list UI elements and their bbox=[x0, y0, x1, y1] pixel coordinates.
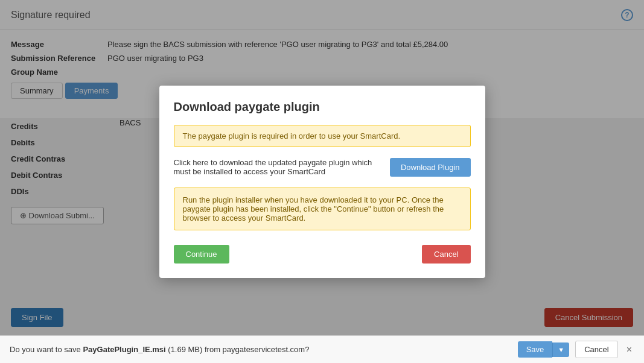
dialog-footer: Continue Cancel bbox=[174, 245, 471, 264]
warning-alert: The paygate plugin is required in order … bbox=[174, 125, 471, 147]
download-bar-text: Do you want to save PayGatePlugin_IE.msi… bbox=[10, 345, 512, 354]
download-description: Click here to download the updated payga… bbox=[174, 158, 390, 176]
save-dropdown-button[interactable]: ▼ bbox=[552, 342, 569, 357]
download-bar: Do you want to save PayGatePlugin_IE.msi… bbox=[0, 335, 644, 363]
save-button-group: Save ▼ bbox=[518, 341, 570, 358]
close-download-button[interactable]: × bbox=[624, 344, 634, 355]
download-section: Click here to download the updated payga… bbox=[174, 158, 471, 177]
continue-button[interactable]: Continue bbox=[174, 245, 229, 264]
dialog-title: Download paygate plugin bbox=[174, 100, 471, 114]
download-plugin-button[interactable]: Download Plugin bbox=[390, 158, 471, 177]
download-plugin-dialog: Download paygate plugin The paygate plug… bbox=[159, 86, 485, 278]
instructions-alert: Run the plugin installer when you have d… bbox=[174, 188, 471, 230]
download-bar-suffix: ? bbox=[305, 345, 309, 354]
dialog-cancel-button[interactable]: Cancel bbox=[422, 245, 470, 264]
modal-overlay: Download paygate plugin The paygate plug… bbox=[0, 0, 644, 363]
download-bar-source: paygateservicetest.com bbox=[223, 345, 305, 354]
download-bar-prefix: Do you want to save bbox=[10, 345, 83, 354]
save-button[interactable]: Save bbox=[518, 341, 553, 358]
cancel-download-button[interactable]: Cancel bbox=[575, 341, 617, 358]
download-bar-middle: (1.69 MB) from bbox=[166, 345, 223, 354]
download-bar-filename: PayGatePlugin_IE.msi bbox=[83, 345, 165, 354]
